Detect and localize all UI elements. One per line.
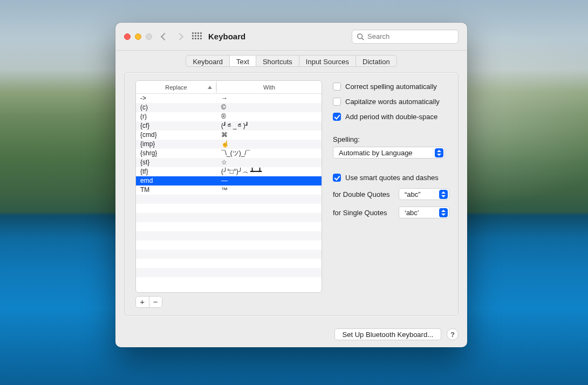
column-replace[interactable]: Replace xyxy=(136,81,217,93)
capitalize-checkbox[interactable] xyxy=(333,98,341,106)
close-window-button[interactable] xyxy=(124,33,131,40)
capitalize-row[interactable]: Capitalize words automatically xyxy=(333,95,449,107)
bluetooth-keyboard-button[interactable]: Set Up Bluetooth Keyboard... xyxy=(334,328,441,340)
add-remove-controls: + − xyxy=(135,296,322,308)
table-row-empty xyxy=(136,222,322,231)
table-row[interactable]: {cmd}⌘ xyxy=(136,130,322,140)
titlebar: Keyboard xyxy=(115,23,467,51)
column-with[interactable]: With xyxy=(217,81,322,93)
spelling-popup[interactable]: Automatic by Language xyxy=(333,147,445,159)
double-quotes-value: “abc” xyxy=(405,190,421,198)
window-footer: Set Up Bluetooth Keyboard... ? xyxy=(115,321,467,347)
cell-with: — xyxy=(217,176,322,185)
zoom-window-button[interactable] xyxy=(146,33,152,40)
table-row-empty xyxy=(136,231,322,240)
double-quotes-row: for Double Quotes “abc” xyxy=(333,187,449,202)
double-quotes-popup[interactable]: “abc” xyxy=(399,188,449,200)
table-row-empty xyxy=(136,213,322,222)
content-pane: Replace With ->→(c)©(r)®{cf}(┛ಠ_ಠ)┛{cmd}… xyxy=(124,72,459,316)
double-quotes-label: for Double Quotes xyxy=(333,190,393,198)
capitalize-label: Capitalize words automatically xyxy=(345,98,440,106)
smart-quotes-row[interactable]: Use smart quotes and dashes xyxy=(333,171,449,183)
tab-dictation[interactable]: Dictation xyxy=(356,56,396,66)
double-space-period-label: Add period with double-space xyxy=(345,113,437,121)
forward-button[interactable] xyxy=(176,32,183,40)
single-quotes-row: for Single Quotes ‘abc’ xyxy=(333,205,449,220)
cell-with: (╯°□°)╯︵ ┻━┻ xyxy=(217,167,322,176)
column-replace-label: Replace xyxy=(165,84,187,91)
single-quotes-label: for Single Quotes xyxy=(333,209,393,217)
cell-replace: -> xyxy=(136,94,217,103)
table-row-empty xyxy=(136,240,322,250)
table-row-empty xyxy=(136,259,322,268)
table-row-empty xyxy=(136,195,322,204)
table-row-empty xyxy=(136,204,322,213)
cell-replace: TM xyxy=(136,185,217,195)
back-button[interactable] xyxy=(161,32,168,40)
window-controls xyxy=(124,33,152,40)
correct-spelling-label: Correct spelling automatically xyxy=(345,82,437,91)
table-header: Replace With xyxy=(136,81,322,94)
options-column: Correct spelling automatically Capitaliz… xyxy=(333,80,449,308)
search-icon xyxy=(357,33,364,40)
svg-point-0 xyxy=(358,33,363,38)
cell-with: → xyxy=(217,94,322,103)
cell-replace: emd xyxy=(136,176,217,185)
table-row[interactable]: ->→ xyxy=(136,94,322,103)
sort-indicator-icon xyxy=(208,86,212,89)
tab-input-sources[interactable]: Input Sources xyxy=(299,56,356,66)
nav-arrows xyxy=(162,34,182,39)
cell-replace: (r) xyxy=(136,112,217,121)
single-quotes-popup[interactable]: ‘abc’ xyxy=(399,207,449,218)
popup-arrows-icon xyxy=(439,190,448,199)
tab-text[interactable]: Text xyxy=(230,56,256,66)
cell-with: ☝ xyxy=(217,140,322,149)
minimize-window-button[interactable] xyxy=(135,33,141,40)
smart-quotes-checkbox[interactable] xyxy=(333,174,341,182)
replacements-table[interactable]: Replace With ->→(c)©(r)®{cf}(┛ಠ_ಠ)┛{cmd}… xyxy=(135,80,322,293)
table-row[interactable]: TM™ xyxy=(136,185,322,195)
tab-control: Keyboard Text Shortcuts Input Sources Di… xyxy=(186,55,396,67)
show-all-icon[interactable] xyxy=(192,32,201,41)
correct-spelling-row[interactable]: Correct spelling automatically xyxy=(333,80,449,92)
svg-line-1 xyxy=(362,38,364,40)
tab-shortcuts[interactable]: Shortcuts xyxy=(256,56,299,66)
table-row[interactable]: {st}☆ xyxy=(136,158,322,167)
cell-replace: {st} xyxy=(136,158,217,167)
cell-replace: {imp} xyxy=(136,140,217,149)
cell-replace: {shrg} xyxy=(136,149,217,158)
table-row[interactable]: (r)® xyxy=(136,112,322,121)
cell-with: ¯\_(ツ)_/¯ xyxy=(217,149,322,158)
double-space-period-row[interactable]: Add period with double-space xyxy=(333,111,449,122)
table-row[interactable]: {tf}(╯°□°)╯︵ ┻━┻ xyxy=(136,167,322,176)
smart-quotes-label: Use smart quotes and dashes xyxy=(345,174,439,182)
tab-row: Keyboard Text Shortcuts Input Sources Di… xyxy=(115,51,467,67)
table-row-empty xyxy=(136,250,322,259)
tab-keyboard[interactable]: Keyboard xyxy=(186,56,230,66)
spelling-heading: Spelling: xyxy=(333,135,449,143)
search-field-container[interactable] xyxy=(352,30,459,44)
double-space-period-checkbox[interactable] xyxy=(333,113,341,121)
table-row[interactable]: {imp}☝ xyxy=(136,140,322,149)
cell-replace: {cmd} xyxy=(136,130,217,140)
popup-arrows-icon xyxy=(439,208,448,217)
search-input[interactable] xyxy=(367,32,454,40)
spelling-value: Automatic by Language xyxy=(339,149,413,157)
cell-with: ™ xyxy=(217,185,322,195)
table-row[interactable]: {cf}(┛ಠ_ಠ)┛ xyxy=(136,121,322,130)
add-button[interactable]: + xyxy=(136,297,149,307)
table-row[interactable]: (c)© xyxy=(136,103,322,112)
table-row[interactable]: emd— xyxy=(136,176,322,185)
window-title: Keyboard xyxy=(208,32,245,41)
table-body[interactable]: ->→(c)©(r)®{cf}(┛ಠ_ಠ)┛{cmd}⌘{imp}☝{shrg}… xyxy=(136,94,322,292)
help-button[interactable]: ? xyxy=(447,328,459,340)
table-row-empty xyxy=(136,268,322,277)
single-quotes-value: ‘abc’ xyxy=(405,209,419,217)
remove-button[interactable]: − xyxy=(149,297,162,307)
cell-replace: {cf} xyxy=(136,121,217,130)
cell-replace: (c) xyxy=(136,103,217,112)
correct-spelling-checkbox[interactable] xyxy=(333,82,341,91)
table-row[interactable]: {shrg}¯\_(ツ)_/¯ xyxy=(136,149,322,158)
replacements-column: Replace With ->→(c)©(r)®{cf}(┛ಠ_ಠ)┛{cmd}… xyxy=(135,80,322,308)
cell-replace: {tf} xyxy=(136,167,217,176)
